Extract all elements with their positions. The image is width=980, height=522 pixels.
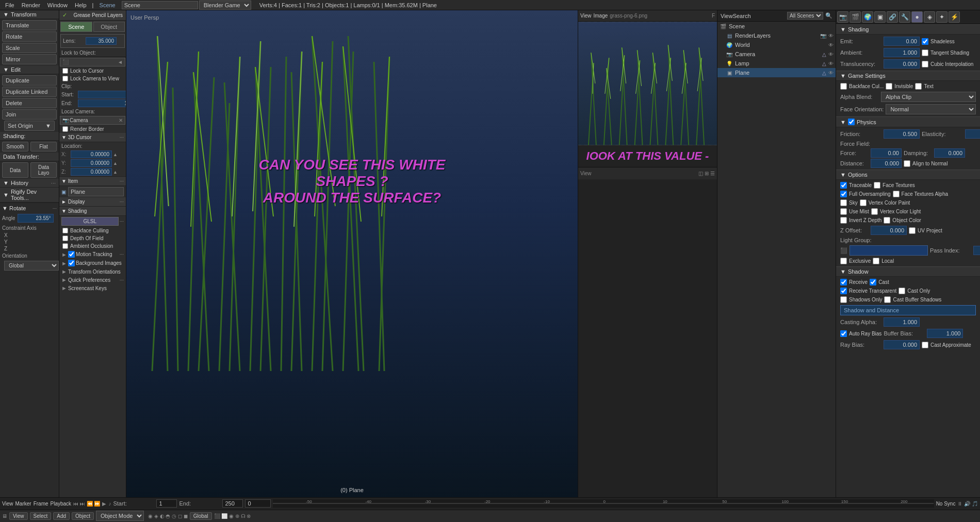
image-image-btn[interactable]: Image — [594, 13, 608, 19]
local-check[interactable] — [873, 258, 879, 264]
so-renderlayers-item[interactable]: ▤ RenderLayers 📷 👁 — [717, 31, 836, 40]
angle-input[interactable] — [18, 214, 54, 223]
shadow-distance-row[interactable]: Shadow and Distance — [840, 305, 976, 315]
light-group-input[interactable] — [850, 245, 928, 256]
to-arrow[interactable]: ► — [61, 268, 67, 275]
menu-help[interactable]: Help — [72, 2, 90, 9]
audio-btn[interactable]: ♪ — [108, 501, 111, 507]
add-btn[interactable]: Add — [53, 512, 70, 520]
cast-approx-check[interactable] — [922, 342, 928, 348]
local-camera-field[interactable]: 📷 Camera ✕ — [60, 116, 125, 125]
face-orient-select[interactable]: Normal — [886, 104, 976, 114]
object-tab[interactable]: Object — [93, 22, 125, 32]
force-input[interactable] — [871, 148, 902, 158]
tab-object-icon[interactable]: ▣ — [874, 11, 886, 23]
flat-button[interactable]: Flat — [30, 142, 57, 151]
menu-window[interactable]: Window — [44, 2, 71, 9]
mt-arrow[interactable]: ► — [61, 251, 67, 258]
x-arrow[interactable]: ▲ — [113, 152, 118, 157]
dof-check[interactable] — [62, 235, 68, 241]
backface-cull-check[interactable] — [840, 83, 847, 90]
cubic-check[interactable] — [922, 61, 928, 68]
gp-check[interactable]: ✓ — [62, 12, 67, 19]
use-mist-check[interactable] — [840, 208, 847, 215]
start-frame-input[interactable] — [156, 499, 177, 508]
img-view-label[interactable]: View — [580, 171, 592, 176]
timeline-ruler[interactable]: -50 -40 -30 -20 -10 0 10 50 100 150 200 — [273, 499, 934, 508]
distance-input[interactable] — [871, 159, 902, 168]
uv-project-check[interactable] — [909, 227, 916, 234]
physics-check[interactable] — [848, 119, 855, 125]
so-camera-item[interactable]: 📷 Camera △ 👁 — [717, 49, 836, 59]
display-dots[interactable]: ··· — [120, 199, 124, 205]
object-color-check[interactable] — [884, 217, 890, 224]
tangent-check[interactable] — [922, 49, 928, 56]
so-search-icon[interactable]: 🔍 — [825, 12, 832, 19]
camera-vis[interactable]: 👁 — [828, 52, 834, 57]
tab-particles-icon[interactable]: ✦ — [936, 11, 948, 23]
mt-check[interactable] — [68, 251, 75, 258]
lock-object-field[interactable]: ⬛ ◄ — [60, 58, 125, 66]
set-origin-button[interactable]: Set Origin ▼ — [4, 121, 55, 131]
play-btn[interactable]: ▶ — [102, 501, 106, 507]
face-textures-check[interactable] — [874, 182, 880, 189]
object-btn-bottom[interactable]: Object — [72, 512, 94, 520]
engine-select[interactable]: Blender Game — [199, 1, 251, 10]
so-scene-item[interactable]: 🎬 Scene — [717, 22, 836, 31]
renderlayers-vis[interactable]: 👁 — [828, 33, 834, 39]
glsl-button[interactable]: GLSL — [61, 217, 119, 226]
x-input[interactable] — [71, 150, 112, 158]
image-view-btn[interactable]: View — [580, 13, 592, 19]
timeline-frame-btn[interactable]: Frame — [34, 501, 48, 507]
y-input[interactable] — [71, 159, 112, 167]
lock-object-arrow[interactable]: ◄ — [118, 59, 123, 65]
lock-to-cursor-check[interactable] — [62, 68, 68, 74]
menu-file[interactable]: File — [2, 2, 18, 9]
orientation-select[interactable]: Global — [4, 261, 59, 271]
z-offset-input[interactable] — [871, 226, 907, 235]
face-tex-alpha-check[interactable] — [893, 191, 900, 197]
end-frame-input[interactable] — [222, 499, 243, 508]
damping-input[interactable] — [934, 148, 965, 158]
mode-select[interactable]: Object Mode — [96, 511, 144, 521]
invisible-check[interactable] — [886, 83, 892, 90]
sky-check[interactable] — [840, 199, 847, 206]
render-border-check[interactable] — [62, 126, 68, 132]
clip-start-input[interactable] — [78, 91, 126, 98]
alpha-blend-select[interactable]: Alpha Clip — [881, 92, 976, 102]
pass-index-input[interactable] — [973, 246, 980, 255]
view-label-so[interactable]: View — [721, 13, 733, 19]
data-button[interactable]: Data — [2, 162, 28, 178]
duplicate-linked-button[interactable]: Duplicate Linked — [2, 87, 57, 97]
translucency-input[interactable] — [884, 59, 920, 69]
scene-tab[interactable]: Scene — [60, 22, 92, 32]
tab-scene-icon[interactable]: 🎬 — [850, 11, 861, 23]
cursor-3d-dots[interactable]: ··· — [120, 134, 124, 140]
join-button[interactable]: Join — [2, 109, 57, 120]
cast-check[interactable] — [870, 279, 876, 285]
scale-button[interactable]: Scale — [2, 43, 57, 53]
ao-check[interactable] — [62, 243, 68, 249]
select-btn[interactable]: Select — [30, 512, 52, 520]
viewport-3d[interactable]: User Persp CAN YOU SEE THIS WHITE SHAPES… — [126, 10, 578, 497]
mt-dots[interactable]: ··· — [120, 251, 124, 257]
item-dots[interactable]: ··· — [120, 178, 124, 184]
data-layout-button[interactable]: Data Layo — [30, 162, 57, 178]
translate-button[interactable]: Translate — [2, 20, 57, 30]
receive-check[interactable] — [840, 279, 847, 285]
rotate-button[interactable]: Rotate — [2, 31, 57, 42]
tab-texture-icon[interactable]: ◈ — [924, 11, 935, 23]
clip-end-input[interactable] — [78, 99, 126, 107]
all-scenes-select[interactable]: All Scenes — [787, 12, 823, 20]
receive-transparent-check[interactable] — [840, 288, 847, 294]
ambient-input[interactable] — [884, 48, 920, 57]
timeline-playback-btn[interactable]: Playback — [51, 501, 72, 507]
align-normal-check[interactable] — [904, 160, 910, 167]
tab-world-icon[interactable]: 🌍 — [862, 11, 873, 23]
so-plane-item[interactable]: ▣ Plane △ 👁 — [717, 68, 836, 77]
full-oversampling-check[interactable] — [840, 191, 847, 197]
tab-material-icon[interactable]: ● — [911, 11, 923, 23]
text-check[interactable] — [915, 83, 922, 90]
qp-dots[interactable]: ··· — [120, 277, 124, 283]
shadows-only-check[interactable] — [840, 296, 847, 303]
